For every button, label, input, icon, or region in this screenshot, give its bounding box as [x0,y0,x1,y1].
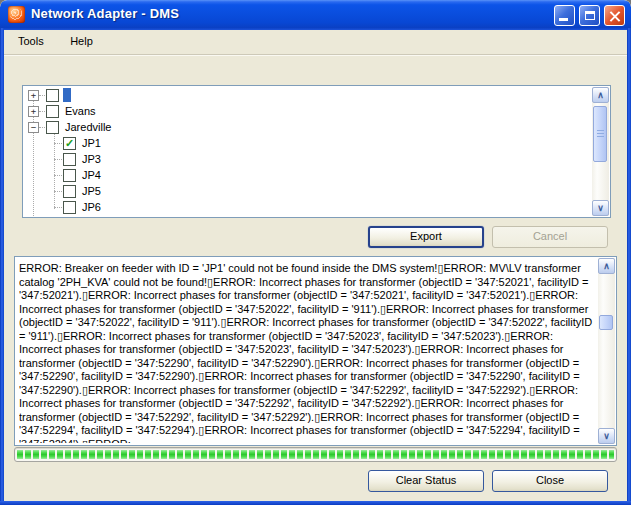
collapse-minus-icon[interactable]: − [28,122,39,133]
status-log-panel: ERROR: Breaker on feeder with ID = 'JP1'… [14,256,617,446]
checkbox-checked[interactable]: ✓ [63,137,76,150]
checkbox[interactable] [46,121,59,134]
log-scrollbar[interactable]: ∧ ∨ [598,258,615,444]
window-title: Network Adapter - DMS [31,6,179,21]
checkbox[interactable] [63,153,76,166]
tree-scrollbar[interactable]: ∧ ∨ [592,87,609,216]
maximize-button[interactable] [579,5,600,26]
menu-item-help[interactable]: Help [62,30,101,47]
tree-connector [39,111,45,112]
tree-item[interactable]: +Evans [24,103,592,119]
scroll-up-icon[interactable]: ∧ [592,87,609,103]
tree-item-label [63,88,71,102]
tree-item[interactable]: JP4 [24,167,592,183]
tree-item[interactable]: JP3 [24,151,592,167]
tree-item-label: JP3 [80,152,103,166]
checkbox[interactable] [63,169,76,182]
checkbox[interactable] [46,105,59,118]
close-window-button[interactable] [604,5,625,26]
log-text[interactable]: ERROR: Breaker on feeder with ID = 'JP1'… [19,262,595,443]
tree-connector [54,207,62,208]
tree-connector [54,143,62,144]
menu-item-tools[interactable]: Tools [10,30,52,47]
tree-connector [39,127,45,128]
log-scrollbar-thumb[interactable] [599,315,613,330]
menu-bar: Tools Help [4,30,627,55]
window-border-bottom [0,501,631,505]
scroll-down-icon[interactable]: ∨ [598,428,615,444]
checkbox[interactable] [63,201,76,214]
tree-item[interactable]: + [24,87,592,103]
minimize-button[interactable] [554,5,575,26]
tree-item[interactable]: ✓JP1 [24,135,592,151]
tree-item-label: Evans [63,104,98,118]
scroll-down-icon[interactable]: ∨ [592,200,609,216]
window-border-right [627,28,631,505]
tree-item-label: JP5 [80,184,103,198]
minimize-icon [559,18,568,21]
tree-item[interactable]: JP5 [24,183,592,199]
export-button[interactable]: Export [368,226,484,248]
tree-connector [54,191,62,192]
maximize-icon [585,11,595,20]
tree-item-label: JP6 [80,200,103,214]
tree-item-label: JP4 [80,168,103,182]
cancel-button[interactable]: Cancel [492,226,608,248]
tree-connector [54,175,62,176]
tree-item[interactable]: JP6 [24,199,592,215]
tree-connector [54,159,62,160]
window-border-left [0,28,4,505]
progress-fill [17,450,614,459]
app-icon [8,6,25,23]
tree-item-label: Jaredville [63,120,113,134]
feeder-tree-panel: ++Evans−Jaredville✓JP1JP3JP4JP5JP6 ∧ ∨ [22,85,611,218]
checkbox[interactable] [46,89,59,102]
close-button[interactable]: Close [492,470,608,492]
tree-view[interactable]: ++Evans−Jaredville✓JP1JP3JP4JP5JP6 [24,87,592,216]
checkbox[interactable] [63,185,76,198]
progress-bar [14,447,617,462]
network-adapter-window: Network Adapter - DMS Tools Help ++Evans… [0,0,631,505]
scroll-up-icon[interactable]: ∧ [598,258,615,274]
tree-connector [39,95,45,96]
tree-item-label: JP1 [80,136,103,150]
tree-scrollbar-thumb[interactable] [593,106,607,162]
clear-status-button[interactable]: Clear Status [368,470,484,492]
expand-plus-icon[interactable]: + [28,106,39,117]
expand-plus-icon[interactable]: + [28,90,39,101]
tree-item[interactable]: −Jaredville [24,119,592,135]
title-bar[interactable]: Network Adapter - DMS [0,0,631,30]
